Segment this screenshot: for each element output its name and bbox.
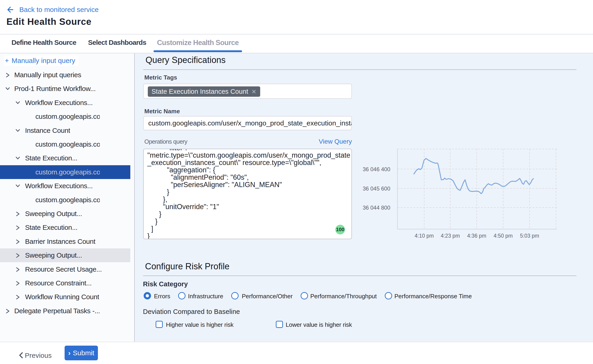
svg-text:36 046 400: 36 046 400 — [363, 166, 390, 172]
svg-text:4:23 pm: 4:23 pm — [441, 233, 460, 239]
svg-text:36 045 600: 36 045 600 — [363, 185, 390, 192]
svg-text:4:10 pm: 4:10 pm — [415, 233, 434, 239]
svg-text:4:36 pm: 4:36 pm — [467, 233, 486, 239]
svg-text:36 044 800: 36 044 800 — [363, 205, 390, 211]
svg-text:4:50 pm: 4:50 pm — [494, 233, 513, 239]
svg-text:5:03 pm: 5:03 pm — [520, 233, 539, 239]
